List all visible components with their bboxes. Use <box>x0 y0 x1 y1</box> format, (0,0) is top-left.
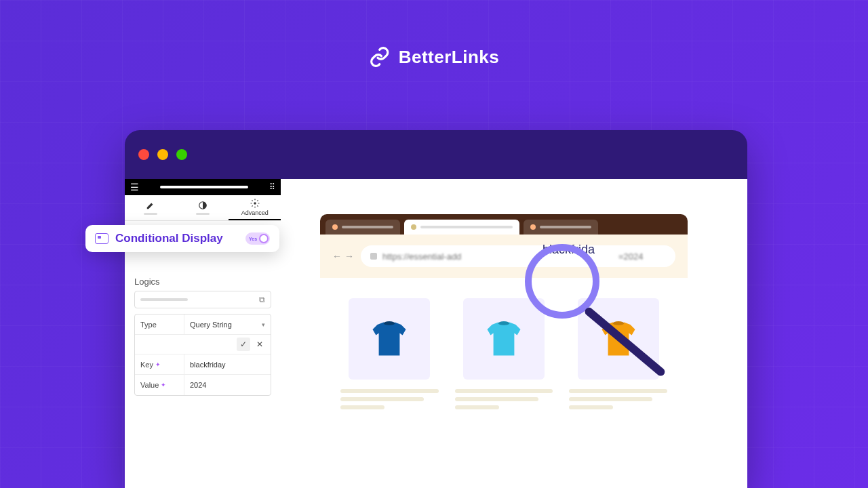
link-icon <box>369 46 391 68</box>
url-text-focus: blackfrida <box>542 243 595 257</box>
conditional-title: Conditional Display <box>115 232 239 245</box>
browser-toolbar: ← → https://essential-add blackfrida =20… <box>320 235 688 278</box>
cancel-button[interactable]: ✕ <box>253 338 267 351</box>
forward-icon[interactable]: → <box>344 251 354 262</box>
contrast-icon <box>198 201 208 210</box>
tab-advanced[interactable]: Advanced <box>229 195 281 220</box>
product-card[interactable] <box>455 298 553 409</box>
product-image <box>349 298 430 380</box>
topbar-title-placeholder <box>160 186 248 188</box>
url-bar[interactable]: https://essential-add blackfrida =2024 <box>361 245 675 267</box>
browser-tab-inactive[interactable] <box>326 220 400 235</box>
url-text-after: =2024 <box>618 251 644 262</box>
tshirt-icon <box>595 315 642 363</box>
sparkle-icon: ✦ <box>155 361 161 368</box>
logic-row-value: Value✦ 2024 <box>135 375 271 395</box>
confirm-button[interactable]: ✓ <box>237 338 250 351</box>
browser-tab-strip <box>320 214 688 235</box>
logics-header-bar[interactable]: ⧉ <box>134 291 271 308</box>
type-value: Query String <box>190 321 232 329</box>
maximize-dot[interactable] <box>176 149 187 160</box>
product-grid <box>320 278 688 409</box>
preview-area: ← → https://essential-add blackfrida =20… <box>281 179 747 488</box>
tab-advanced-label: Advanced <box>241 209 269 216</box>
svg-point-4 <box>612 321 624 325</box>
nav-arrows: ← → <box>332 251 354 262</box>
url-text-blur: https://essential-add <box>382 251 461 262</box>
logic-actions: ✓ ✕ <box>135 335 271 354</box>
tab-content[interactable] <box>125 195 177 220</box>
type-select[interactable]: Query String ▾ <box>184 314 271 334</box>
editor-sidebar: ☰ ⠿ Advanced Conditional Display Yes <box>125 179 281 488</box>
browser-mockup: ← → https://essential-add blackfrida =20… <box>320 214 688 409</box>
tshirt-icon <box>480 315 528 363</box>
product-card[interactable] <box>340 298 439 409</box>
tshirt-icon <box>366 315 413 363</box>
value-label: Value✦ <box>135 375 184 395</box>
browser-tab-active[interactable] <box>404 220 519 235</box>
tab-style[interactable] <box>177 195 229 220</box>
copy-icon[interactable]: ⧉ <box>259 295 265 304</box>
logics-heading: Logics <box>134 277 271 287</box>
value-input[interactable]: 2024 <box>184 375 271 395</box>
sparkle-icon: ✦ <box>161 382 166 388</box>
svg-point-1 <box>254 202 256 205</box>
editor-topbar: ☰ ⠿ <box>125 179 281 195</box>
chevron-down-icon: ▾ <box>262 321 265 328</box>
logic-row-type: Type Query String ▾ <box>135 314 271 335</box>
window-titlebar <box>125 130 747 179</box>
grid-icon[interactable]: ⠿ <box>269 182 275 192</box>
conditional-toggle[interactable]: Yes <box>245 232 270 245</box>
site-icon <box>370 253 377 260</box>
brand-logo: BetterLinks <box>369 46 500 68</box>
logic-table: Type Query String ▾ ✓ ✕ Key✦ blackfriday <box>134 314 271 396</box>
back-icon[interactable]: ← <box>332 251 342 262</box>
editor-tabs: Advanced <box>125 195 281 221</box>
type-label: Type <box>135 314 184 334</box>
product-image <box>463 298 545 380</box>
browser-tab-inactive[interactable] <box>524 220 598 235</box>
product-card[interactable] <box>569 298 667 409</box>
hamburger-icon[interactable]: ☰ <box>130 182 139 192</box>
toggle-label: Yes <box>249 237 257 241</box>
logic-row-key: Key✦ blackfriday <box>135 354 271 375</box>
key-label: Key✦ <box>135 354 184 374</box>
close-dot[interactable] <box>138 149 149 160</box>
logics-name-placeholder <box>140 298 188 301</box>
svg-point-2 <box>384 321 395 325</box>
display-icon <box>95 233 108 244</box>
toggle-knob <box>259 234 269 243</box>
logics-section: Logics ⧉ Type Query String ▾ ✓ <box>125 271 281 401</box>
brand-name: BetterLinks <box>399 47 500 68</box>
minimize-dot[interactable] <box>157 149 168 160</box>
conditional-display-card: Conditional Display Yes <box>85 225 279 252</box>
product-image <box>578 298 659 380</box>
gear-icon <box>250 199 260 208</box>
svg-point-3 <box>498 321 510 325</box>
pencil-icon <box>146 201 155 210</box>
key-input[interactable]: blackfriday <box>184 354 271 374</box>
app-window: ☰ ⠿ Advanced Conditional Display Yes <box>125 130 747 488</box>
